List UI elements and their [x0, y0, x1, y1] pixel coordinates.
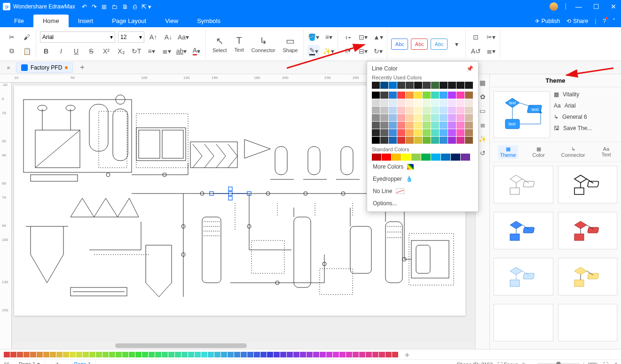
color-swatch[interactable]	[380, 122, 388, 129]
color-swatch[interactable]	[129, 352, 135, 357]
color-strip[interactable]	[4, 352, 398, 357]
color-swatch[interactable]	[397, 107, 405, 114]
color-swatch[interactable]	[149, 352, 155, 357]
color-swatch[interactable]	[380, 137, 388, 144]
color-swatch[interactable]	[380, 82, 388, 89]
color-swatch[interactable]	[406, 92, 414, 99]
font-family-combo[interactable]: Arial▾	[40, 31, 115, 43]
color-swatch[interactable]	[461, 154, 470, 161]
color-swatch[interactable]	[397, 114, 405, 121]
color-swatch[interactable]	[260, 352, 267, 357]
color-swatch[interactable]	[307, 352, 313, 357]
color-swatch[interactable]	[465, 114, 473, 121]
color-swatch[interactable]	[208, 352, 214, 357]
color-swatch[interactable]	[83, 352, 89, 357]
color-swatch[interactable]	[406, 114, 414, 121]
fit-page-icon[interactable]: ⛶	[603, 362, 608, 364]
color-swatch[interactable]	[406, 137, 414, 144]
no-line[interactable]: No Line	[372, 185, 473, 197]
color-swatch[interactable]	[411, 154, 421, 161]
color-swatch[interactable]	[406, 82, 414, 89]
color-swatch[interactable]	[76, 352, 82, 357]
add-page-icon[interactable]: ＋	[50, 359, 65, 364]
color-swatch[interactable]	[4, 352, 10, 357]
color-swatch[interactable]	[465, 92, 473, 99]
theme-card[interactable]	[494, 258, 553, 295]
sidetool-history-icon[interactable]: ↺	[480, 149, 486, 157]
color-swatch[interactable]	[456, 92, 464, 99]
page-tab-1[interactable]: Page-1	[70, 360, 96, 364]
color-swatch[interactable]	[201, 352, 207, 357]
color-swatch[interactable]	[456, 82, 464, 89]
tab-view[interactable]: View	[156, 15, 188, 27]
strike-icon[interactable]: S	[85, 45, 97, 57]
outline-view-icon[interactable]: ▯▯	[4, 361, 9, 364]
color-swatch[interactable]	[440, 82, 448, 89]
sidetool-ai-icon[interactable]: ✨	[479, 135, 487, 143]
quick-style-1[interactable]: Abc	[391, 39, 408, 50]
color-swatch[interactable]	[397, 129, 405, 136]
color-swatch[interactable]	[380, 114, 388, 121]
color-swatch[interactable]	[135, 352, 141, 357]
pin-icon[interactable]: 📌	[466, 65, 473, 72]
color-swatch[interactable]	[440, 107, 448, 114]
highlight-icon[interactable]: ab▾	[175, 45, 188, 57]
line-color-button[interactable]: ✎▾	[307, 45, 320, 57]
color-swatch[interactable]	[431, 92, 439, 99]
subscript-icon[interactable]: X₂	[115, 45, 127, 57]
group-icon[interactable]: ⊡▾	[357, 31, 369, 43]
color-swatch[interactable]	[401, 154, 411, 161]
color-swatch[interactable]	[155, 352, 161, 357]
color-swatch[interactable]	[423, 82, 431, 89]
color-swatch[interactable]	[181, 352, 188, 357]
sidetool-frame-icon[interactable]: ▭	[480, 107, 486, 115]
color-swatch[interactable]	[372, 107, 380, 114]
color-swatch[interactable]	[440, 129, 448, 136]
color-swatch[interactable]	[24, 352, 30, 357]
find-icon[interactable]: ⊡	[470, 31, 482, 43]
flip-icon[interactable]: ▲▾	[372, 31, 384, 43]
color-swatch[interactable]	[451, 154, 460, 161]
color-swatch[interactable]	[456, 122, 464, 129]
color-swatch[interactable]	[109, 352, 115, 357]
color-swatch[interactable]	[448, 99, 456, 106]
theme-card[interactable]	[494, 212, 553, 249]
undo-icon[interactable]: ↶	[82, 3, 87, 10]
line-options[interactable]: Options...	[372, 197, 473, 209]
color-swatch[interactable]	[116, 352, 122, 357]
color-swatch[interactable]	[380, 129, 388, 136]
color-swatch[interactable]	[448, 114, 456, 121]
print-icon[interactable]: ⎙	[133, 3, 137, 10]
text-tool[interactable]: TText	[232, 34, 247, 54]
horizontal-scrollbar[interactable]	[12, 342, 475, 349]
color-swatch[interactable]	[423, 129, 431, 136]
color-swatch[interactable]	[221, 352, 227, 357]
color-swatch[interactable]	[456, 99, 464, 106]
color-swatch[interactable]	[326, 352, 332, 357]
color-swatch[interactable]	[448, 107, 456, 114]
page-dropdown[interactable]: Page-1 ▾	[14, 360, 45, 364]
color-swatch[interactable]	[380, 99, 388, 106]
theme-card[interactable]	[558, 166, 618, 203]
increase-font-icon[interactable]: A↑	[147, 31, 159, 43]
color-swatch[interactable]	[414, 99, 422, 106]
focus-mode[interactable]: ⛶ Focus	[497, 362, 518, 364]
color-swatch[interactable]	[254, 352, 260, 357]
fill-icon[interactable]: 🪣▾	[307, 31, 320, 43]
color-swatch[interactable]	[441, 154, 450, 161]
add-color-icon[interactable]: ＋	[403, 349, 411, 360]
color-swatch[interactable]	[414, 92, 422, 99]
color-swatch[interactable]	[372, 137, 380, 144]
decrease-font-icon[interactable]: A↓	[162, 31, 174, 43]
color-swatch[interactable]	[423, 137, 431, 144]
color-swatch[interactable]	[431, 122, 439, 129]
color-swatch[interactable]	[431, 154, 440, 161]
superscript-icon[interactable]: X²	[100, 45, 112, 57]
color-swatch[interactable]	[37, 352, 43, 357]
color-swatch[interactable]	[421, 154, 431, 161]
color-swatch[interactable]	[274, 352, 280, 357]
effects-icon[interactable]: ✨▾	[322, 45, 335, 57]
color-swatch[interactable]	[406, 129, 414, 136]
color-swatch[interactable]	[414, 129, 422, 136]
size-icon[interactable]: ⊟▾	[357, 45, 369, 57]
